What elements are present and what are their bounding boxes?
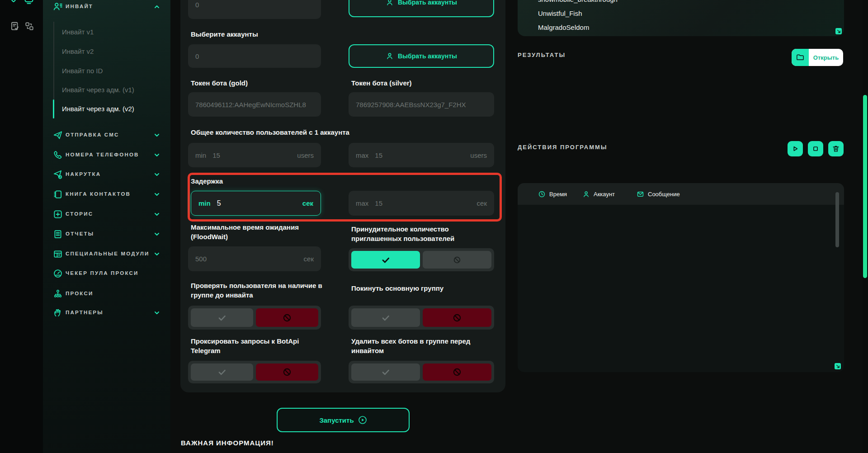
- input-placeholder: 7869257908:AAEBssNX23g7_F2HX: [356, 101, 466, 109]
- toggle-yes-option[interactable]: [351, 308, 420, 327]
- check-user-label: Проверять пользователя на наличие в груп…: [191, 281, 322, 300]
- play-button[interactable]: [788, 141, 803, 156]
- sidebar-section-label: ЧЕКЕР ПУЛА ПРОКСИ: [66, 270, 138, 276]
- clipped-top-icon-1[interactable]: [8, 0, 19, 6]
- sidebar-section-label: ОТЧЕТЫ: [66, 231, 94, 236]
- max-value: 15: [375, 199, 382, 207]
- chevron-down-icon[interactable]: [153, 309, 160, 316]
- total-users-max-input[interactable]: max 15 users: [349, 143, 494, 167]
- important-info-heading: ВАЖНАЯ ИНФОРМАЦИЯ!: [181, 439, 274, 447]
- open-results-button[interactable]: Открыть: [792, 49, 843, 66]
- chevron-down-icon[interactable]: [153, 191, 160, 198]
- accounts-list-box[interactable]: snowmobile_breakthrough Unwistful_Fish M…: [518, 0, 844, 36]
- accounts-count-input[interactable]: 0: [188, 44, 321, 68]
- chevron-down-icon[interactable]: [153, 151, 160, 159]
- toggle-yes-option[interactable]: [191, 363, 253, 381]
- toggle-no-option[interactable]: [423, 308, 491, 327]
- chevron-down-icon[interactable]: [153, 171, 160, 178]
- plus-square-icon: [53, 209, 63, 219]
- stop-button[interactable]: [808, 141, 823, 156]
- sidebar-section-stories[interactable]: СТОРИС: [43, 209, 170, 220]
- token-gold-input[interactable]: 7860496112:AAHegEwNIcmoSZHL8: [188, 92, 321, 117]
- min-value: 5: [217, 199, 221, 208]
- clipped-top-icon-2[interactable]: [24, 0, 34, 6]
- sidebar-section-boosting[interactable]: НАКРУТКА: [43, 170, 170, 180]
- chevron-up-icon[interactable]: [153, 3, 160, 10]
- delay-min-input[interactable]: min 5 сек: [191, 191, 321, 216]
- account-list-item[interactable]: MalgradoSeldom: [538, 24, 589, 31]
- resize-handle-icon[interactable]: [835, 28, 842, 34]
- toggle-no-option[interactable]: [423, 363, 491, 381]
- delay-max-input[interactable]: max 15 сек: [349, 191, 494, 216]
- toggle-no-option[interactable]: [423, 251, 491, 269]
- force-count-toggle[interactable]: [349, 248, 494, 271]
- phone-icon: [53, 150, 63, 160]
- check-icon: [381, 255, 391, 265]
- delete-bots-toggle[interactable]: [349, 361, 494, 383]
- column-account: Аккаунт: [582, 183, 615, 205]
- check-user-toggle[interactable]: [188, 306, 321, 330]
- sidebar-section-proxy-pool-checker[interactable]: ЧЕКЕР ПУЛА ПРОКСИ: [43, 269, 170, 279]
- token-silver-input[interactable]: 7869257908:AAEBssNX23g7_F2HX: [349, 92, 494, 117]
- delete-button[interactable]: [828, 141, 844, 156]
- toggle-no-option[interactable]: [256, 363, 318, 381]
- sidebar-item-invite-v1[interactable]: Инвайт v1: [62, 28, 94, 36]
- sidebar-section-special-modules[interactable]: СПЕЦИАЛЬНЫЕ МОДУЛИ: [43, 249, 170, 260]
- ban-icon: [452, 367, 462, 377]
- sidebar-section-label: ПРОКСИ: [66, 291, 93, 296]
- user-icon: [386, 52, 394, 60]
- max-prefix: max: [356, 199, 368, 207]
- run-button[interactable]: Запустить: [277, 408, 410, 432]
- sidebar-section-partners[interactable]: ПАРТНЕРЫ: [43, 308, 170, 319]
- delete-bots-label: Удалить всех ботов в группе перед инвайт…: [351, 336, 470, 355]
- resize-handle-icon[interactable]: [835, 363, 841, 369]
- toggle-yes-option[interactable]: [351, 251, 420, 269]
- table-scrollbar-thumb[interactable]: [835, 192, 839, 247]
- contact-book-icon: [53, 189, 63, 199]
- sidebar-section-invite[interactable]: ИНВАЙТ: [43, 2, 170, 13]
- input-placeholder: 7860496112:AAHegEwNIcmoSZHL8: [195, 101, 306, 109]
- floodwait-input[interactable]: 500 сек: [188, 246, 321, 271]
- ban-icon: [452, 313, 462, 323]
- page-scrollbar-thumb[interactable]: [863, 95, 867, 278]
- sidebar-item-invite-admin-v2[interactable]: Инвайт через адм. (v2): [62, 105, 134, 113]
- select-accounts-button-top[interactable]: Выбрать аккаунты: [349, 0, 494, 17]
- invite-settings-card: 0 Выбрать аккаунты Выберите аккаунты 0 В…: [180, 0, 505, 392]
- account-list-item[interactable]: snowmobile_breakthrough: [538, 0, 618, 3]
- leave-group-toggle[interactable]: [349, 306, 494, 330]
- table-header: Время Аккаунт Сообщение: [518, 183, 844, 205]
- proxy-requests-toggle[interactable]: [188, 361, 321, 383]
- button-label: Выбрать аккаунты: [398, 52, 457, 60]
- sidebar-item-invite-admin-v1[interactable]: Инвайт через адм. (v1): [62, 86, 134, 94]
- label-line2: группе до инвайта: [191, 290, 322, 300]
- select-accounts-button[interactable]: Выбрать аккаунты: [349, 44, 494, 68]
- sidebar-section-label: СТОРИС: [66, 211, 93, 217]
- button-label: Запустить: [319, 416, 354, 424]
- unit-suffix: сек: [304, 255, 314, 263]
- swap-icon[interactable]: [24, 21, 34, 33]
- sidebar-section-contact-book[interactable]: КНИГА КОНТАКТОВ: [43, 189, 170, 200]
- toggle-yes-option[interactable]: [351, 363, 420, 381]
- gauge-icon: [53, 269, 63, 278]
- sidebar-section-proxy[interactable]: ПРОКСИ: [43, 289, 170, 300]
- toggle-yes-option[interactable]: [191, 308, 253, 327]
- chevron-down-icon[interactable]: [153, 250, 160, 258]
- chevron-down-icon[interactable]: [153, 231, 160, 238]
- sidebar-section-send-sms[interactable]: ОТПРАВКА СМС: [43, 130, 170, 141]
- account-list-item[interactable]: Unwistful_Fish: [538, 9, 582, 17]
- sidebar-section-phone-numbers[interactable]: НОМЕРА ТЕЛЕФОНОВ: [43, 150, 170, 161]
- column-label: Сообщение: [648, 191, 680, 198]
- sidebar-section-reports[interactable]: ОТЧЕТЫ: [43, 229, 170, 240]
- sidebar-item-invite-by-id[interactable]: Инвайт по ID: [62, 67, 103, 75]
- chevron-down-icon[interactable]: [153, 211, 160, 218]
- label-line2: Telegram: [191, 346, 299, 355]
- mail-icon: [637, 190, 644, 198]
- sidebar-item-invite-v2[interactable]: Инвайт v2: [62, 47, 94, 55]
- clock-icon: [538, 190, 546, 198]
- accounts-count-input-top[interactable]: 0: [188, 0, 321, 19]
- force-count-label: Принудительное количество приглашенных п…: [351, 224, 454, 243]
- total-users-min-input[interactable]: min 15 users: [188, 143, 321, 167]
- chevron-down-icon[interactable]: [153, 132, 160, 139]
- tasks-check-icon[interactable]: [10, 21, 20, 33]
- toggle-no-option[interactable]: [256, 308, 318, 327]
